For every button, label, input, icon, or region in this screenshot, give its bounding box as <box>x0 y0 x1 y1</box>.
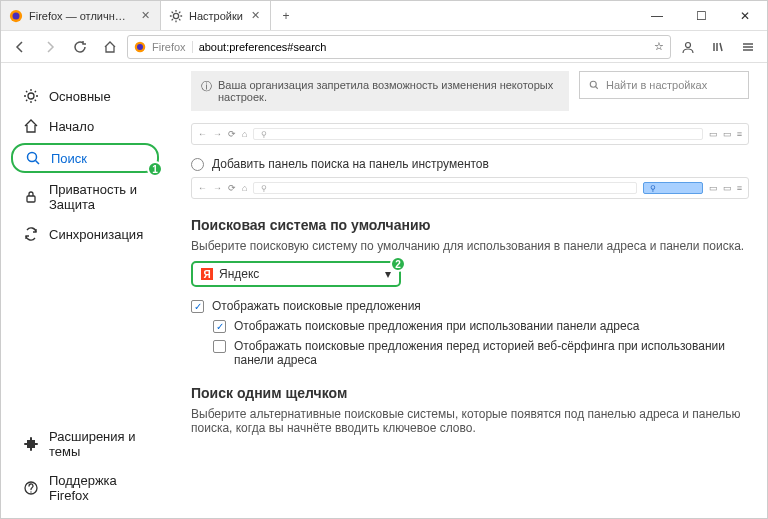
maximize-button[interactable]: ☐ <box>679 1 723 30</box>
tab-settings[interactable]: Настройки ✕ <box>161 1 271 30</box>
close-icon[interactable]: ✕ <box>139 9 152 22</box>
sidebar-item-sync[interactable]: Синхронизация <box>1 219 169 249</box>
search-icon <box>25 150 41 166</box>
callout-badge-2: 2 <box>390 256 406 272</box>
bookmark-icon[interactable]: ☆ <box>654 40 664 53</box>
find-placeholder: Найти в настройках <box>606 79 707 91</box>
firefox-icon <box>134 41 146 53</box>
home-button[interactable] <box>97 34 123 60</box>
sidebar: Основные Начало Поиск 1 Приватность и За… <box>1 63 169 518</box>
info-icon: ⓘ <box>201 79 212 103</box>
checkbox-suggestions[interactable]: ✓ Отображать поисковые предложения <box>191 299 749 313</box>
tab-label: Firefox — отличный браузер д <box>29 10 133 22</box>
sidebar-label: Основные <box>49 89 111 104</box>
tab-firefox[interactable]: Firefox — отличный браузер д ✕ <box>1 1 161 30</box>
home-icon <box>23 118 39 134</box>
svg-text:Я: Я <box>203 269 210 280</box>
new-tab-button[interactable]: + <box>271 1 301 30</box>
sidebar-label: Поддержка Firefox <box>49 473 159 503</box>
notice-text: Ваша организация запретила возможность и… <box>218 79 559 103</box>
section-title-oneclick: Поиск одним щелчком <box>191 385 749 401</box>
window-controls: — ☐ ✕ <box>635 1 767 30</box>
firefox-icon <box>9 9 23 23</box>
svg-point-4 <box>137 44 143 50</box>
checkbox-suggest-before-history[interactable]: Отображать поисковые предложения перед и… <box>213 339 749 367</box>
radio-add-searchbar[interactable]: Добавить панель поиска на панель инструм… <box>191 157 749 171</box>
checkbox-unchecked-icon <box>213 340 226 353</box>
checkbox-label: Отображать поисковые предложения при исп… <box>234 319 639 333</box>
sidebar-label: Приватность и Защита <box>49 182 159 212</box>
svg-rect-8 <box>27 196 35 202</box>
section-desc-default: Выберите поисковую систему по умолчанию … <box>191 239 749 253</box>
main-content: ⓘ Ваша организация запретила возможность… <box>169 63 767 518</box>
url-input[interactable] <box>199 41 648 53</box>
checkbox-suggest-urlbar[interactable]: ✓ Отображать поисковые предложения при и… <box>213 319 749 333</box>
radio-icon <box>191 158 204 171</box>
close-icon[interactable]: ✕ <box>249 9 262 22</box>
org-notice: ⓘ Ваша организация запретила возможность… <box>191 71 569 111</box>
forward-button[interactable] <box>37 34 63 60</box>
engine-name: Яндекс <box>219 267 259 281</box>
sidebar-label: Поиск <box>51 151 87 166</box>
titlebar: Firefox — отличный браузер д ✕ Настройки… <box>1 1 767 31</box>
default-engine-dropdown[interactable]: Я Яндекс ▾ 2 <box>191 261 401 287</box>
sidebar-item-privacy[interactable]: Приватность и Защита <box>1 175 169 219</box>
sidebar-item-extensions[interactable]: Расширения и темы <box>1 422 169 466</box>
sidebar-label: Начало <box>49 119 94 134</box>
url-bar[interactable]: Firefox ☆ <box>127 35 671 59</box>
gear-icon <box>169 9 183 23</box>
search-icon <box>588 79 600 91</box>
checkbox-label: Отображать поисковые предложения перед и… <box>234 339 749 367</box>
callout-badge-1: 1 <box>147 161 163 177</box>
yandex-icon: Я <box>201 268 213 280</box>
chevron-down-icon: ▾ <box>385 267 391 281</box>
sidebar-item-search[interactable]: Поиск 1 <box>11 143 159 173</box>
lock-icon <box>23 189 39 205</box>
reload-button[interactable] <box>67 34 93 60</box>
tab-label: Настройки <box>189 10 243 22</box>
checkbox-checked-icon: ✓ <box>191 300 204 313</box>
urlbar-preview-plain: ←→⟳⌂ ⚲ ▭▭≡ <box>191 123 749 145</box>
svg-point-1 <box>13 12 20 19</box>
sidebar-label: Расширения и темы <box>49 429 159 459</box>
section-desc-oneclick: Выберите альтернативные поисковые систем… <box>191 407 749 435</box>
svg-point-10 <box>590 81 596 87</box>
checkbox-label: Отображать поисковые предложения <box>212 299 421 313</box>
section-title-default: Поисковая система по умолчанию <box>191 217 749 233</box>
find-in-settings[interactable]: Найти в настройках <box>579 71 749 99</box>
gear-icon <box>23 88 39 104</box>
puzzle-icon <box>23 436 39 452</box>
svg-point-5 <box>686 42 691 47</box>
minimize-button[interactable]: — <box>635 1 679 30</box>
svg-point-6 <box>28 93 34 99</box>
sync-icon <box>23 226 39 242</box>
radio-label: Добавить панель поиска на панель инструм… <box>212 157 489 171</box>
url-prefix: Firefox <box>152 41 193 53</box>
back-button[interactable] <box>7 34 33 60</box>
toolbar: Firefox ☆ <box>1 31 767 63</box>
sidebar-item-home[interactable]: Начало <box>1 111 169 141</box>
sidebar-label: Синхронизация <box>49 227 143 242</box>
svg-point-7 <box>28 153 37 162</box>
account-button[interactable] <box>675 34 701 60</box>
menu-button[interactable] <box>735 34 761 60</box>
library-button[interactable] <box>705 34 731 60</box>
close-button[interactable]: ✕ <box>723 1 767 30</box>
urlbar-preview-search: ←→⟳⌂ ⚲ ⚲ ▭▭≡ <box>191 177 749 199</box>
checkbox-checked-icon: ✓ <box>213 320 226 333</box>
svg-point-2 <box>173 13 178 18</box>
sidebar-item-general[interactable]: Основные <box>1 81 169 111</box>
sidebar-item-support[interactable]: Поддержка Firefox <box>1 466 169 510</box>
help-icon <box>23 480 39 496</box>
